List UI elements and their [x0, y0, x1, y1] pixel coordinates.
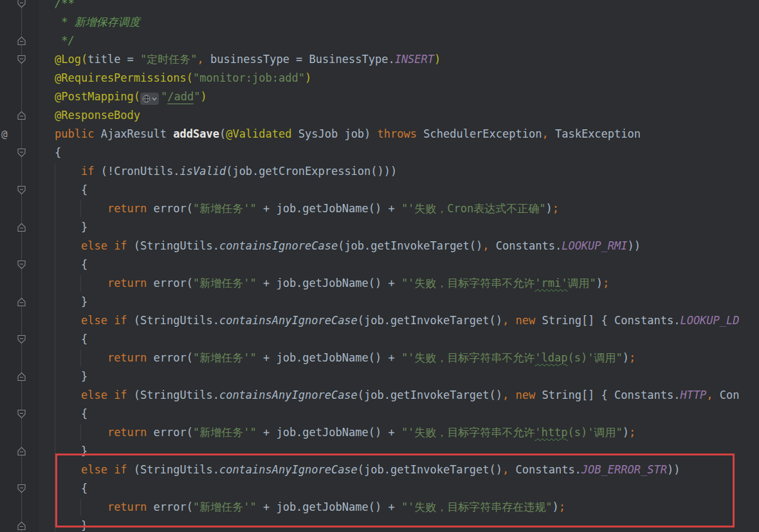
code-line: return error("新增任务'" + job.getJobName() … — [0, 349, 759, 367]
code-token: containsAnyIgnoreCase — [219, 463, 358, 476]
fold-expand-icon[interactable] — [17, 36, 26, 46]
fold-collapse-icon[interactable] — [17, 484, 26, 493]
fold-expand-icon[interactable] — [17, 372, 26, 381]
code-token: } — [55, 295, 87, 308]
code-token: (job.getInvokeTarget() — [358, 463, 502, 476]
fold-expand-icon[interactable] — [17, 297, 26, 307]
cjk-text: 定时任务 — [147, 53, 190, 66]
code-token: TaskException — [549, 127, 641, 140]
code-token: ) — [623, 351, 629, 364]
cjk-text: 新增保存调度 — [75, 15, 140, 28]
code-token: , — [542, 127, 548, 140]
code-editor[interactable]: @ /** * 新增保存调度 */@Log(title = "定时任务", bu… — [0, 0, 759, 532]
cjk-text: 新增任务 — [199, 500, 243, 513]
code-token: Constants. — [509, 463, 581, 476]
code-token: "'失败，目标字符串不允许 — [401, 426, 535, 439]
code-line: { — [0, 479, 759, 498]
code-line: { — [0, 405, 759, 423]
fold-expand-icon[interactable] — [17, 223, 26, 232]
code-token: "monitor:job:add" — [193, 71, 305, 84]
code-token: ; — [603, 277, 609, 289]
code-token: 调用" — [568, 277, 596, 289]
code-token: public — [55, 127, 101, 140]
code-line: return error("新增任务'" + job.getJobName() … — [0, 274, 759, 293]
fold-expand-icon[interactable] — [17, 521, 26, 531]
code-token — [55, 426, 107, 439]
code-line: */ — [0, 32, 759, 50]
code-token: 'http — [535, 426, 567, 439]
code-token: (s)'调用" — [568, 351, 623, 364]
fold-collapse-icon[interactable] — [17, 55, 26, 64]
code-token: } — [55, 445, 87, 457]
code-token: ( — [219, 127, 226, 140]
code-token: )) — [667, 463, 680, 476]
fold-collapse-icon[interactable] — [17, 185, 26, 195]
code-token: (job.getCronExpression())) — [226, 165, 397, 178]
code-token: error( — [154, 202, 193, 215]
cjk-text: 新增任务 — [199, 351, 243, 364]
code-token: + job.getJobName() + — [257, 202, 401, 215]
code-token: { — [55, 333, 87, 345]
code-token: @Validated — [226, 127, 291, 140]
cjk-text: 新增任务 — [199, 202, 243, 215]
code-line: { — [0, 143, 759, 162]
code-token: @PostMapping( — [55, 90, 140, 103]
code-line: } — [0, 442, 759, 461]
code-token: , — [706, 389, 713, 401]
code-token: Constants. — [489, 239, 562, 252]
code-token: error( — [154, 426, 193, 439]
code-token: throws — [378, 127, 424, 140]
code-token: ) — [623, 426, 629, 439]
add-url-link[interactable]: /add — [167, 90, 194, 104]
code-token: (job.getInvokeTarget() — [358, 314, 502, 327]
code-token: { — [55, 482, 87, 495]
code-token: " — [194, 90, 200, 103]
code-token: ) — [201, 90, 207, 103]
code-token: /** — [55, 0, 75, 10]
cjk-text: 失败，目标字符串不允许 — [414, 351, 535, 364]
code-area[interactable]: /** * 新增保存调度 */@Log(title = "定时任务", busi… — [0, 0, 759, 532]
code-token: + job.getJobName() + — [257, 426, 401, 439]
cjk-text: 调用 — [594, 351, 616, 364]
code-token: else if — [81, 314, 134, 327]
code-line: return error("新增任务'" + job.getJobName() … — [0, 199, 759, 218]
code-token: return — [107, 351, 154, 364]
code-token: (job.getInvokeTarget() — [338, 239, 482, 252]
code-token: else if — [81, 389, 134, 401]
code-token: SchedulerException — [423, 127, 542, 140]
code-token — [55, 202, 107, 215]
code-line: { — [0, 181, 759, 199]
code-token: return — [107, 277, 154, 289]
code-token: (StringUtils. — [134, 314, 219, 327]
code-line: { — [0, 255, 759, 274]
fold-collapse-icon[interactable] — [17, 409, 26, 419]
code-token — [509, 314, 515, 327]
code-token: )) — [628, 239, 641, 252]
code-token: ; — [559, 500, 565, 513]
code-line: } — [0, 293, 759, 311]
fold-collapse-icon[interactable] — [17, 148, 26, 158]
code-token: ) — [553, 500, 559, 513]
fold-collapse-icon[interactable] — [17, 335, 26, 344]
cjk-text: 失败，目标字符串不允许 — [414, 277, 535, 289]
fold-expand-icon[interactable] — [17, 446, 26, 456]
code-token: } — [55, 519, 87, 532]
code-line: else if (StringUtils.containsAnyIgnoreCa… — [0, 386, 759, 405]
code-token — [55, 500, 107, 513]
code-token: (!CronUtils. — [101, 165, 180, 178]
code-token — [55, 165, 81, 178]
code-token: containsIgnoreCase — [219, 239, 338, 252]
url-mapping-inlay[interactable] — [140, 93, 159, 105]
code-token: LOOKUP_LD — [680, 314, 739, 327]
code-line: return error("新增任务'" + job.getJobName() … — [0, 423, 759, 442]
code-token — [55, 463, 81, 476]
code-line: } — [0, 218, 759, 237]
code-token: INSERT — [395, 53, 434, 66]
code-token: @ResponseBody — [55, 109, 140, 122]
fold-collapse-icon[interactable] — [17, 0, 26, 8]
fold-collapse-icon[interactable] — [17, 260, 26, 270]
fold-expand-icon[interactable] — [17, 111, 26, 120]
code-token: (StringUtils. — [134, 463, 219, 476]
code-token: return — [107, 426, 154, 439]
cjk-text: 新增任务 — [199, 426, 243, 439]
